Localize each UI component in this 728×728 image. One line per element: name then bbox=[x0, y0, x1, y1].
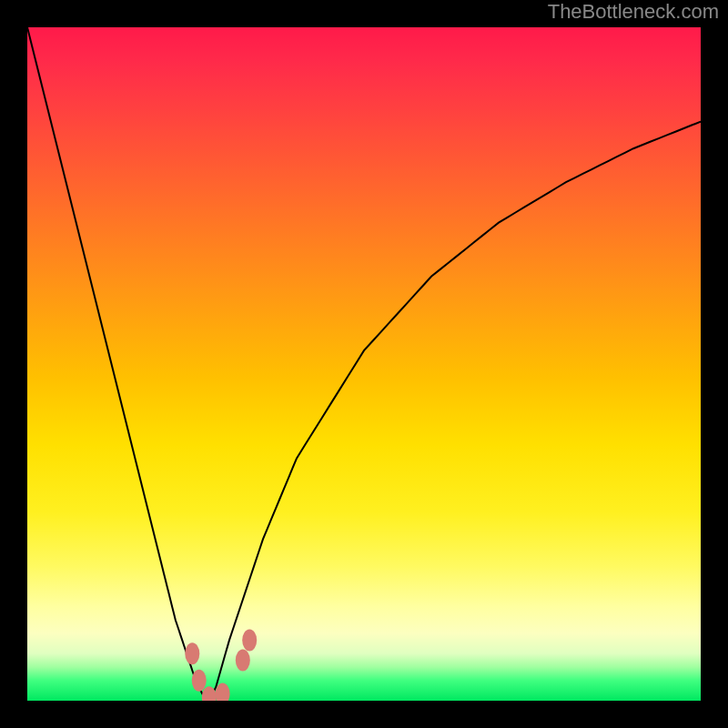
marker-point bbox=[185, 642, 199, 664]
marker-point bbox=[192, 670, 207, 692]
plot-area bbox=[27, 27, 701, 701]
right-branch-curve bbox=[209, 122, 701, 701]
marker-point bbox=[236, 650, 250, 672]
marker-point bbox=[216, 683, 230, 701]
data-markers bbox=[185, 629, 257, 701]
curve-overlay bbox=[27, 27, 701, 701]
attribution-text: TheBottleneck.com bbox=[548, 0, 719, 24]
marker-point bbox=[242, 629, 257, 651]
left-branch-curve bbox=[27, 27, 209, 701]
